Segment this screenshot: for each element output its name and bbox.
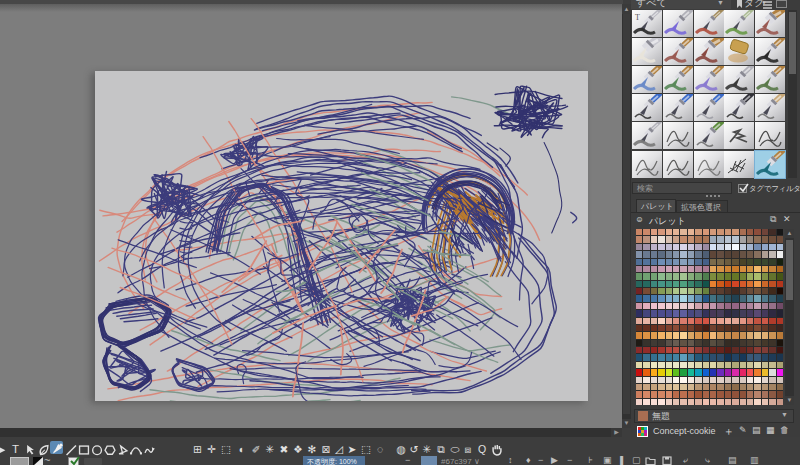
svg-text:T: T: [635, 13, 640, 22]
